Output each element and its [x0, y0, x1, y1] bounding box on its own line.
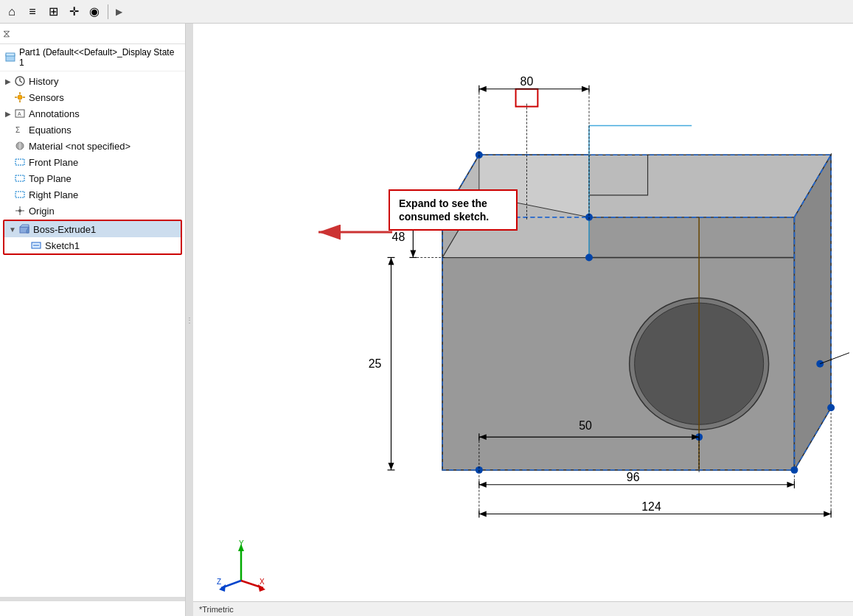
sensors-label: Sensors [29, 92, 64, 103]
callout-box: Expand to see the consumed sketch. [389, 189, 518, 231]
callout-arrow-svg [311, 221, 400, 243]
svg-marker-22 [20, 225, 29, 227]
feature-tree-panel: ⧖ Part1 (Default<<Default>_Display State… [0, 24, 186, 616]
annotations-label: Annotations [29, 108, 80, 119]
scrollbar[interactable] [0, 597, 185, 601]
svg-text:A: A [18, 111, 21, 116]
top-plane-icon [13, 172, 27, 185]
svg-marker-93 [479, 511, 487, 517]
sphere-icon[interactable]: ◉ [86, 3, 103, 21]
expand-top-plane[interactable] [3, 173, 13, 183]
grid-icon[interactable]: ⊞ [44, 3, 62, 21]
boss-extrude-icon [18, 223, 31, 236]
top-toolbar: ⌂ ≡ ⊞ ✛ ◉ ▶ [0, 0, 853, 24]
callout-text: Expand to see the consumed sketch. [399, 197, 489, 223]
filter-icon[interactable]: ⧖ [3, 27, 10, 40]
top-plane-label: Top Plane [29, 173, 72, 184]
expand-sensors[interactable] [3, 92, 13, 102]
tree-item-front-plane[interactable]: Front Plane [0, 154, 185, 170]
dim-25: 25 [369, 357, 382, 370]
crosshair-icon[interactable]: ✛ [65, 3, 83, 21]
right-plane-icon [13, 188, 27, 201]
dim-50: 50 [579, 419, 592, 432]
svg-text:Y: Y [239, 540, 244, 547]
origin-label: Origin [29, 206, 55, 217]
expand-right-plane[interactable] [3, 189, 13, 200]
svg-marker-86 [479, 482, 487, 488]
home-icon[interactable]: ⌂ [3, 3, 21, 21]
equations-label: Equations [29, 125, 72, 136]
expand-front-plane[interactable] [3, 157, 13, 167]
axis-indicator: Y X Z [215, 540, 267, 594]
part-header[interactable]: Part1 (Default<<Default>_Display State 1 [0, 44, 185, 71]
history-label: History [29, 76, 58, 87]
tree-content: ▶ History [0, 71, 185, 616]
svg-point-54 [816, 360, 824, 368]
list-icon[interactable]: ≡ [24, 3, 41, 21]
svg-rect-1 [6, 53, 15, 56]
svg-point-14 [18, 142, 21, 150]
tree-item-history[interactable]: ▶ History [0, 73, 185, 89]
expand-boss-extrude1[interactable]: ▼ [7, 224, 18, 234]
expand-annotations[interactable]: ▶ [3, 108, 13, 119]
expand-history[interactable]: ▶ [3, 76, 13, 86]
front-plane-icon [13, 155, 27, 169]
right-plane-label: Right Plane [29, 189, 78, 200]
svg-rect-15 [15, 159, 24, 165]
expand-origin[interactable] [3, 206, 13, 216]
boss-extrude-box: ▼ Boss-Extrude1 [3, 220, 182, 255]
svg-rect-17 [15, 192, 24, 197]
status-bar: *Trimetric [193, 601, 853, 616]
equations-icon: Σ [13, 123, 27, 136]
svg-marker-73 [389, 463, 394, 470]
dim-124: 124 [641, 500, 661, 513]
svg-marker-72 [389, 257, 394, 265]
tree-item-equations[interactable]: Σ Equations [0, 122, 185, 138]
svg-point-53 [827, 404, 835, 411]
sensors-icon [13, 91, 27, 104]
front-plane-label: Front Plane [29, 157, 78, 168]
tree-item-origin[interactable]: Origin [0, 203, 185, 219]
expand-sketch1[interactable] [19, 240, 29, 251]
tree-item-top-plane[interactable]: Top Plane [0, 170, 185, 186]
tree-item-annotations[interactable]: ▶ A Annotations [0, 105, 185, 122]
tree-item-sketch1[interactable]: Sketch1 [4, 237, 181, 253]
svg-rect-16 [15, 175, 24, 181]
svg-marker-60 [479, 86, 487, 92]
tree-item-boss-extrude1[interactable]: ▼ Boss-Extrude1 [4, 221, 181, 237]
sketch-icon [29, 239, 43, 252]
svg-text:Σ: Σ [15, 126, 20, 134]
sketch1-label: Sketch1 [45, 240, 80, 251]
svg-text:Z: Z [217, 578, 221, 586]
svg-marker-61 [582, 86, 589, 92]
tree-item-material[interactable]: Material <not specified> [0, 138, 185, 154]
toolbar-separator [108, 4, 108, 19]
resize-handle[interactable]: ⋮ [186, 24, 193, 616]
svg-point-49 [585, 254, 593, 262]
svg-marker-94 [824, 511, 831, 517]
svg-text:X: X [260, 578, 265, 586]
history-icon [13, 74, 27, 88]
svg-point-52 [790, 466, 798, 474]
svg-point-20 [18, 209, 21, 212]
toolbar-more-arrow[interactable]: ▶ [116, 7, 122, 17]
material-icon [13, 139, 27, 153]
dim-96: 96 [627, 471, 640, 483]
main-layout: ⧖ Part1 (Default<<Default>_Display State… [0, 24, 853, 616]
part-icon [4, 52, 16, 63]
annotations-icon: A [13, 107, 27, 120]
svg-marker-87 [787, 482, 795, 488]
tree-item-right-plane[interactable]: Right Plane [0, 186, 185, 203]
expand-material[interactable] [3, 141, 13, 151]
tree-item-sensors[interactable]: Sensors [0, 89, 185, 105]
svg-rect-34 [589, 217, 794, 258]
expand-equations[interactable] [3, 125, 13, 135]
svg-line-4 [20, 81, 22, 83]
dim-80: 80 [520, 75, 534, 88]
svg-marker-68 [410, 251, 416, 258]
filter-bar: ⧖ [0, 24, 185, 44]
origin-icon [13, 204, 27, 217]
part-header-label: Part1 (Default<<Default>_Display State 1 [19, 47, 181, 68]
view-label: *Trimetric [199, 605, 234, 614]
3d-viewport[interactable]: Expand to see the consumed sketch. [193, 24, 853, 616]
